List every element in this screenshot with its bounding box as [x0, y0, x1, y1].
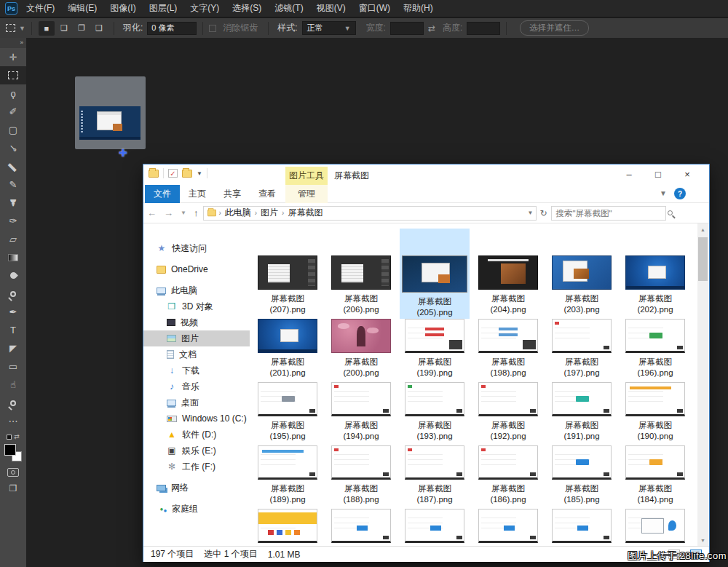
blur-tool[interactable] [0, 266, 26, 285]
gradient-tool[interactable] [0, 248, 26, 266]
sidebar-item-network[interactable]: 网络 [143, 480, 250, 496]
dodge-tool[interactable] [0, 285, 26, 303]
back-icon[interactable]: ← [147, 207, 157, 218]
foreground-color-swatch[interactable] [4, 444, 16, 456]
subtract-from-selection-button[interactable]: ❐ [74, 21, 90, 36]
menu-item[interactable]: 滤镜(T) [273, 1, 304, 16]
width-input[interactable] [390, 22, 424, 35]
tab-share[interactable]: 共享 [215, 185, 250, 203]
tab-home[interactable]: 主页 [180, 185, 215, 203]
tab-manage[interactable]: 管理 [285, 185, 328, 203]
spot-healing-brush-tool[interactable]: ▬ [0, 157, 26, 175]
address-dropdown-chevron-icon[interactable]: ▼ [528, 210, 534, 216]
file-item[interactable]: 屏幕截图(190).png [620, 382, 690, 445]
move-tool[interactable]: ✛ [0, 48, 26, 66]
minimize-button[interactable]: – [614, 164, 644, 183]
maximize-button[interactable]: □ [644, 164, 673, 183]
file-item[interactable]: 屏幕截图(201).png [253, 319, 323, 382]
breadcrumb-pictures[interactable]: 图片 [261, 207, 278, 219]
rectangular-marquee-tool[interactable] [0, 66, 26, 84]
sidebar-item-drive-work[interactable]: 工作 (F:) [143, 459, 250, 475]
sidebar-item-drive-media[interactable]: 娱乐 (E:) [143, 443, 250, 459]
file-item[interactable] [547, 509, 617, 546]
file-item[interactable]: 屏幕截图(207).png [253, 255, 323, 319]
file-item[interactable]: 屏幕截图(205).png [400, 255, 470, 319]
sidebar-item-3d[interactable]: 3D 对象 [143, 298, 250, 314]
recent-locations-chevron-icon[interactable]: ▼ [181, 210, 186, 216]
scrollbar[interactable]: ▲ ▼ [697, 223, 708, 546]
eyedropper-tool[interactable]: ⊸ [0, 139, 26, 157]
file-item[interactable]: 屏幕截图(188).png [326, 445, 396, 509]
tab-view[interactable]: 查看 [250, 185, 285, 203]
hand-tool[interactable]: ☝ [0, 376, 26, 394]
rectangle-tool[interactable]: ▭ [0, 357, 26, 376]
pen-tool[interactable]: ✒ [0, 303, 26, 321]
menu-item[interactable]: 选择(S) [231, 1, 263, 16]
file-item[interactable]: 屏幕截图(198).png [473, 319, 543, 382]
file-item[interactable]: 屏幕截图(204).png [473, 255, 543, 319]
sidebar-item-pictures[interactable]: 图片 [143, 330, 250, 346]
search-icon[interactable] [668, 210, 673, 215]
explorer-titlebar[interactable]: ✓ ▼ 图片工具 屏幕截图 – □ × [143, 164, 709, 185]
file-item[interactable]: 屏幕截图(187).png [400, 445, 470, 509]
file-item[interactable]: 屏幕截图(203).png [547, 255, 617, 319]
file-item[interactable]: 屏幕截图(200).png [326, 319, 396, 382]
quick-mask-button[interactable] [7, 468, 19, 477]
feather-input[interactable] [147, 22, 197, 35]
height-input[interactable] [467, 22, 500, 35]
menu-item[interactable]: 图层(L) [148, 1, 179, 16]
file-item[interactable]: 屏幕截图(197).png [547, 319, 617, 382]
new-folder-icon[interactable] [182, 170, 192, 178]
add-to-selection-button[interactable]: ❏ [56, 21, 72, 36]
intersect-selection-button[interactable]: ❑ [91, 21, 107, 36]
sidebar-item-desktop[interactable]: 桌面 [143, 394, 250, 411]
tool-preset-picker[interactable]: ▼ [6, 24, 25, 32]
file-item[interactable]: 屏幕截图(192).png [473, 382, 543, 445]
file-item[interactable]: 屏幕截图(186).png [473, 445, 543, 509]
tab-file[interactable]: 文件 [145, 185, 180, 203]
help-icon[interactable]: ? [674, 188, 686, 199]
address-bar[interactable]: ›此电脑 ›图片 ›屏幕截图 ▼ [203, 206, 537, 221]
lasso-tool[interactable]: ϙ [0, 84, 26, 103]
file-item[interactable]: 屏幕截图(184).png [620, 445, 690, 509]
file-item[interactable]: 屏幕截图(196).png [620, 319, 690, 382]
file-item[interactable]: 屏幕截图(191).png [547, 382, 617, 445]
sidebar-item-doc[interactable]: 文档 [143, 346, 250, 362]
properties-check-icon[interactable]: ✓ [168, 169, 178, 178]
file-item[interactable] [253, 509, 323, 546]
scrollbar-thumb[interactable] [698, 237, 708, 281]
swap-width-height-icon[interactable]: ⇄ [428, 23, 435, 33]
scroll-up-icon[interactable]: ▲ [697, 223, 708, 235]
scroll-down-icon[interactable]: ▼ [697, 534, 708, 546]
menu-item[interactable]: 图像(I) [108, 1, 137, 16]
breadcrumb-this-pc[interactable]: 此电脑 [225, 207, 251, 219]
search-box[interactable] [551, 206, 666, 221]
quick-selection-tool[interactable]: ✐ [0, 103, 26, 121]
type-tool[interactable]: T [0, 321, 26, 339]
menu-item[interactable]: 文件(F) [25, 1, 56, 16]
sidebar-item-pc[interactable]: 此电脑 [143, 282, 250, 298]
new-selection-button[interactable]: ■ [39, 21, 55, 36]
picture-tools-contextual-tab[interactable]: 图片工具 [285, 167, 328, 185]
sidebar-item-download[interactable]: 下载 [143, 362, 250, 378]
file-item[interactable] [400, 509, 470, 546]
collapse-ribbon-chevron-icon[interactable]: ▼ [660, 189, 667, 197]
zoom-tool[interactable] [0, 394, 26, 412]
file-item[interactable]: 屏幕截图(199).png [400, 319, 470, 382]
file-item[interactable] [326, 509, 396, 546]
path-selection-tool[interactable]: ◤ [0, 339, 26, 357]
close-button[interactable]: × [673, 164, 702, 183]
file-item[interactable]: 屏幕截图(202).png [620, 255, 690, 319]
screen-mode-button[interactable]: ❐ [9, 483, 17, 493]
menu-item[interactable]: 帮助(H) [402, 1, 435, 16]
menu-item[interactable]: 视图(V) [315, 1, 347, 16]
canvas-board[interactable] [75, 76, 146, 149]
sidebar-item-folder[interactable]: OneDrive [143, 261, 250, 277]
eraser-tool[interactable]: ▱ [0, 230, 26, 248]
file-item[interactable]: 屏幕截图(206).png [326, 255, 396, 319]
file-item[interactable]: 屏幕截图(185).png [547, 445, 617, 509]
forward-icon[interactable]: → [164, 207, 173, 218]
breadcrumb-screenshots[interactable]: 屏幕截图 [288, 207, 323, 219]
brush-tool[interactable]: ✎ [0, 175, 26, 194]
file-item[interactable] [620, 509, 690, 546]
